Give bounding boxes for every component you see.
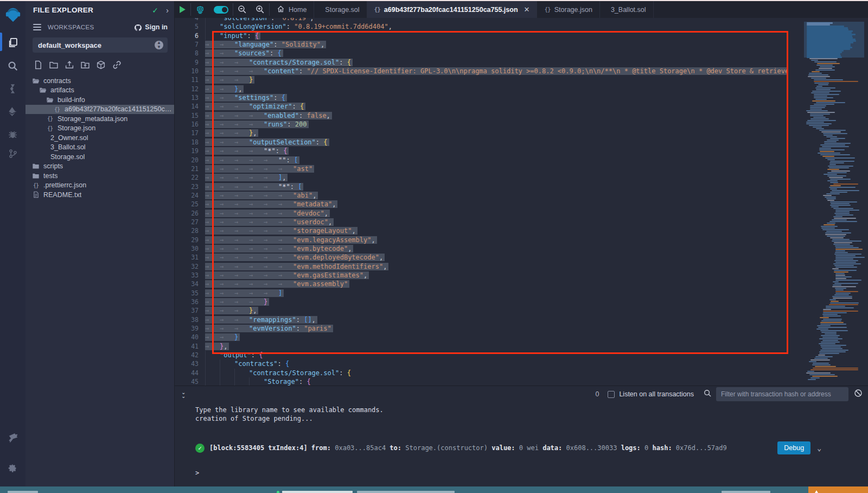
home-icon: [277, 5, 285, 15]
file-tree: contractsartifactsbuild-info{}a69b43f277…: [25, 76, 174, 200]
transaction-log-row[interactable]: ✓ [block:5583405 txIndex:4] from: 0xa03.…: [195, 441, 868, 454]
terminal-header: ⌄⌄ 0 Listen on all transactions: [175, 386, 868, 402]
workspace-menu-icon[interactable]: [33, 22, 41, 32]
tree-item-3-ballot-sol[interactable]: 3_Ballot.sol: [25, 143, 174, 153]
panel-title: FILE EXPLORER: [33, 6, 152, 14]
new-folder-icon[interactable]: [49, 60, 59, 72]
terminal-search-icon[interactable]: [704, 389, 712, 400]
transaction-filter-input[interactable]: [716, 387, 848, 401]
zoom-out-icon[interactable]: [233, 1, 251, 18]
expand-transaction-icon[interactable]: ⌄: [817, 444, 821, 452]
code-editor[interactable]: 4→"solcVersion": "0.8.19",5→"solcLongVer…: [175, 18, 868, 385]
line-number: 18: [175, 138, 204, 147]
code-line-45: 45→→→→"Storage": {: [175, 377, 788, 385]
deploy-and-run-icon[interactable]: [0, 103, 25, 119]
code-line-25: 25→→→→→→"metadata",: [175, 200, 788, 208]
tree-item-artifacts[interactable]: artifacts: [25, 86, 174, 96]
debugger-icon[interactable]: [0, 126, 25, 142]
tree-item-2-owner-sol[interactable]: 2_Owner.sol: [25, 133, 174, 143]
line-number: 19: [175, 147, 204, 155]
network-status-dot: [277, 491, 279, 493]
tab-3-ballot-sol[interactable]: 3_Ballot.sol: [600, 1, 654, 18]
tree-item-storage-metadata-json[interactable]: {}Storage_metadata.json: [25, 114, 174, 124]
listen-transactions-checkbox[interactable]: [608, 391, 615, 398]
code-line-4: 4→"solcVersion": "0.8.19",: [175, 18, 788, 22]
debug-button[interactable]: Debug: [777, 441, 810, 454]
line-number: 7: [175, 40, 204, 49]
workspace-dropdown[interactable]: default_workspace ▲▼: [33, 37, 168, 53]
scam-alert-badge[interactable]: [808, 486, 868, 493]
tree-item-storage-sol[interactable]: Storage.sol: [25, 152, 174, 162]
git-icon[interactable]: [0, 146, 25, 162]
tree-item-a69b43f277ba20fcac141151250ca7-[interactable]: {}a69b43f277ba20fcac141151250ca7...: [25, 105, 174, 115]
tree-item-label: Storage.sol: [50, 153, 85, 161]
tree-item-readme-txt[interactable]: README.txt: [25, 190, 174, 200]
github-sign-in-button[interactable]: Sign in: [134, 23, 168, 31]
minimap[interactable]: [804, 18, 864, 385]
new-file-icon[interactable]: [34, 60, 43, 72]
code-line-17: 17→→→},: [175, 129, 788, 137]
tab-a69b43f277ba20fcac141151250ca755-json[interactable]: {}a69b43f277ba20fcac141151250ca755.json✕: [367, 1, 538, 18]
remix-logo-icon[interactable]: [0, 7, 25, 23]
settings-icon[interactable]: [0, 460, 25, 477]
plugin-manager-icon[interactable]: [0, 429, 25, 445]
tree-item-scripts[interactable]: scripts: [25, 162, 174, 172]
line-number: 28: [175, 226, 204, 235]
close-tab-icon[interactable]: ✕: [524, 5, 530, 14]
line-number: 22: [175, 173, 204, 182]
upload-folder-icon[interactable]: [80, 60, 90, 72]
file-explorer-icon[interactable]: [0, 35, 25, 51]
remix-ide-window: FILE EXPLORER ✓ › WORKSPACES Sign in def…: [0, 0, 868, 493]
code-line-32: 32→→→→→→"evm.methodIdentifiers",: [175, 262, 788, 271]
line-number: 8: [175, 49, 204, 58]
ai-copilot-toggle[interactable]: [209, 1, 233, 18]
code-line-28: 28→→→→→→"storageLayout",: [175, 226, 788, 235]
json-braces-icon: {}: [46, 116, 54, 122]
line-number: 4: [175, 18, 204, 22]
run-script-button[interactable]: [175, 1, 190, 18]
template-cube-icon[interactable]: [96, 60, 106, 72]
clear-console-icon[interactable]: [854, 389, 863, 400]
search-icon[interactable]: [0, 58, 25, 74]
code-line-23: 23→→→→→"*": [: [175, 182, 788, 191]
code-line-42: 42→"output": {: [175, 351, 788, 359]
line-number: 26: [175, 209, 204, 218]
workspaces-label: WORKSPACES: [48, 24, 134, 30]
json-braces-icon: {}: [32, 182, 40, 188]
file-explorer-panel: FILE EXPLORER ✓ › WORKSPACES Sign in def…: [25, 1, 175, 486]
tree-item-build-info[interactable]: build-info: [25, 95, 174, 105]
code-line-22: 22→→→→→],: [175, 173, 788, 182]
terminal-prompt[interactable]: >: [195, 469, 868, 477]
line-number: 45: [175, 377, 204, 385]
tab-home[interactable]: Home: [270, 1, 314, 18]
tree-item--prettierrc-json[interactable]: {}.prettierrc.json: [25, 181, 174, 191]
line-number: 29: [175, 236, 204, 244]
upload-file-icon[interactable]: [65, 60, 74, 72]
editor-tab-strip: HomeStorage.sol{}a69b43f277ba20fcac14115…: [175, 1, 868, 18]
code-line-18: 18→→→"outputSelection": {: [175, 138, 788, 147]
code-line-20: 20→→→→→"": [: [175, 156, 788, 165]
chevron-right-icon[interactable]: ›: [166, 5, 169, 15]
link-icon[interactable]: [112, 60, 122, 72]
folder-open-icon: [39, 86, 47, 94]
line-number: 41: [175, 342, 204, 351]
workspace-stepper-icon[interactable]: ▲▼: [155, 41, 163, 49]
code-line-7: 7→→"language": "Solidity",: [175, 40, 788, 49]
solidity-compiler-icon[interactable]: [0, 80, 25, 97]
ai-copilot-icon[interactable]: [191, 1, 209, 18]
tree-item-contracts[interactable]: contracts: [25, 76, 174, 86]
tab-storage-sol[interactable]: Storage.sol: [314, 1, 367, 18]
json-braces-icon: {}: [374, 6, 380, 13]
listen-transactions-label: Listen on all transactions: [619, 390, 694, 398]
line-number: 15: [175, 111, 204, 120]
terminal-output[interactable]: Type the library name to see available c…: [175, 402, 868, 477]
tree-item-storage-json[interactable]: {}Storage.json: [25, 124, 174, 134]
vertical-icon-panel: [0, 1, 25, 486]
tree-item-tests[interactable]: tests: [25, 171, 174, 181]
code-line-35: 35→→→→→]: [175, 289, 788, 298]
line-number: 37: [175, 306, 204, 315]
tab-storage-json[interactable]: {}Storage.json: [537, 1, 599, 18]
collapse-terminal-icon[interactable]: ⌄⌄: [181, 390, 186, 398]
line-number: 5: [175, 22, 204, 31]
zoom-in-icon[interactable]: [251, 1, 269, 18]
